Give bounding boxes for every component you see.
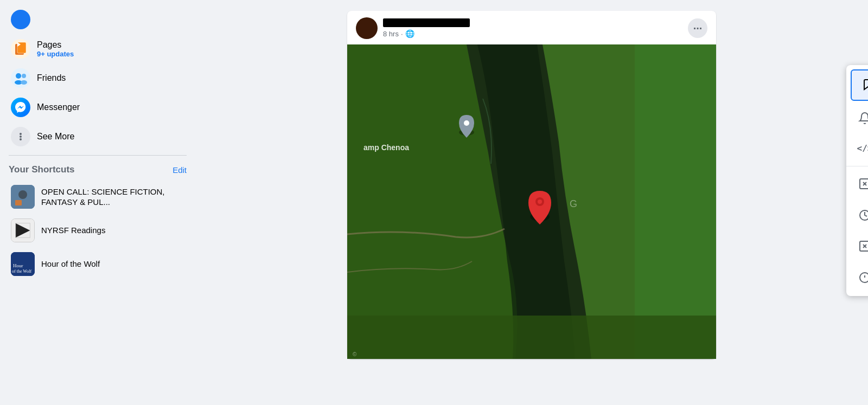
pages-label: Pages xyxy=(37,40,74,50)
embed-icon: </> xyxy=(855,139,868,158)
svg-text:amp Chenoa: amp Chenoa xyxy=(363,143,409,152)
globe-icon: 🌐 xyxy=(405,29,414,38)
notifications-icon xyxy=(855,108,868,128)
more-dots: ··· xyxy=(693,22,703,35)
svg-point-6 xyxy=(21,80,27,85)
svg-rect-29 xyxy=(347,316,716,359)
shortcut-label-3: Hour of the Wolf xyxy=(41,259,100,269)
shortcuts-header: Your Shortcuts Edit xyxy=(0,160,195,179)
menu-item-snooze[interactable]: Snooze for 30 days Temporarily stop seei… xyxy=(846,200,868,232)
see-more-icon xyxy=(11,127,30,146)
menu-divider-1 xyxy=(846,166,868,166)
avatar xyxy=(356,17,378,39)
shortcut-item-2[interactable]: NYRSF Readings xyxy=(4,214,191,247)
menu-item-hide-post[interactable]: Hide post See fewer posts like this. xyxy=(846,169,868,200)
svg-point-9 xyxy=(20,138,22,140)
report-icon xyxy=(855,268,868,287)
dropdown-menu: Save post Add this to your saved items T… xyxy=(846,65,868,296)
menu-item-notifications[interactable]: Turn on notifications for this post xyxy=(846,103,868,133)
svg-text:G: G xyxy=(570,198,577,209)
post-time: 8 hrs xyxy=(383,30,399,38)
menu-item-save-post[interactable]: Save post Add this to your saved items xyxy=(851,69,868,101)
svg-rect-12 xyxy=(15,200,22,205)
svg-rect-28 xyxy=(635,44,716,359)
sidebar-item-see-more[interactable]: See More xyxy=(4,123,191,151)
see-more-label: See More xyxy=(37,132,74,142)
author-info: 8 hrs · 🌐 xyxy=(383,18,470,38)
save-post-icon xyxy=(858,75,868,94)
svg-point-24 xyxy=(464,120,469,126)
post-author: 8 hrs · 🌐 xyxy=(356,17,470,39)
shortcuts-title: Your Shortcuts xyxy=(9,164,75,175)
more-options-button[interactable]: ··· xyxy=(688,18,707,38)
svg-point-4 xyxy=(22,74,26,78)
sidebar-divider xyxy=(9,155,187,156)
svg-text:Hour: Hour xyxy=(13,263,23,268)
pages-info: Pages 9+ updates xyxy=(37,40,74,58)
svg-point-11 xyxy=(18,190,27,199)
svg-point-35 xyxy=(860,210,868,220)
shortcut-thumb-2 xyxy=(11,218,35,242)
sidebar-item-top-partial[interactable] xyxy=(4,5,191,34)
author-name-redacted xyxy=(383,18,470,27)
post-card: 8 hrs · 🌐 ··· xyxy=(347,11,716,359)
messenger-icon xyxy=(11,98,30,117)
shortcut-label-1: OPEN CALL: SCIENCE FICTION, FANTASY & PU… xyxy=(41,187,184,208)
menu-item-report[interactable]: Find support or report post I'm concerne… xyxy=(846,262,868,294)
post-map-image: amp Chenoa G © xyxy=(347,44,716,359)
menu-item-unfollow[interactable]: Unfollow Stop seeing posts but stay frie… xyxy=(846,231,868,262)
main-content: 8 hrs · 🌐 ··· xyxy=(195,0,868,405)
partial-icon xyxy=(11,10,30,29)
sidebar-item-friends[interactable]: Friends xyxy=(4,64,191,92)
svg-rect-32 xyxy=(860,179,868,189)
menu-item-embed[interactable]: </> Embed xyxy=(846,133,868,164)
pages-badge: 9+ updates xyxy=(37,50,74,58)
sidebar-item-messenger[interactable]: Messenger xyxy=(4,93,191,121)
friends-icon xyxy=(11,68,30,88)
svg-point-8 xyxy=(20,136,22,138)
svg-text:of the Wolf: of the Wolf xyxy=(12,269,31,274)
friends-label: Friends xyxy=(37,73,66,83)
post-header: 8 hrs · 🌐 ··· xyxy=(347,11,716,39)
post-meta: 8 hrs · 🌐 xyxy=(383,29,470,38)
svg-text:©: © xyxy=(353,351,357,357)
shortcut-label-2: NYRSF Readings xyxy=(41,225,105,236)
shortcut-item-1[interactable]: OPEN CALL: SCIENCE FICTION, FANTASY & PU… xyxy=(4,181,191,213)
pages-icon xyxy=(11,39,30,59)
unfollow-icon xyxy=(855,236,868,256)
svg-point-39 xyxy=(860,273,868,282)
shortcut-thumb-3: Hour of the Wolf xyxy=(11,252,35,276)
svg-point-3 xyxy=(16,73,21,79)
svg-point-7 xyxy=(20,133,22,135)
svg-rect-36 xyxy=(860,241,868,251)
sidebar-item-pages[interactable]: Pages 9+ updates xyxy=(4,35,191,63)
shortcuts-edit-button[interactable]: Edit xyxy=(173,165,187,175)
snooze-icon xyxy=(855,205,868,225)
shortcut-thumb-1 xyxy=(11,185,35,209)
hide-post-icon xyxy=(855,174,868,194)
messenger-label: Messenger xyxy=(37,102,80,112)
svg-point-27 xyxy=(538,200,542,204)
shortcut-item-3[interactable]: Hour of the Wolf Hour of the Wolf xyxy=(4,248,191,280)
meta-dot: · xyxy=(401,30,403,38)
sidebar: Pages 9+ updates Friends Messenger xyxy=(0,0,195,405)
